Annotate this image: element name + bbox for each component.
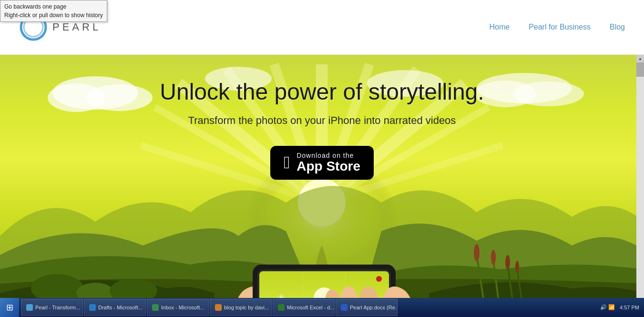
nav-home[interactable]: Home xyxy=(489,23,510,31)
app-icon-2 xyxy=(152,304,159,311)
hero-subtitle: Transform the photos on your iPhone into… xyxy=(188,114,456,127)
hero-section: Unlock the power of storytelling. Transf… xyxy=(0,55,644,317)
taskbar-app-0[interactable]: Pearl - Transform... xyxy=(21,299,83,316)
scrollbar-up[interactable]: ▲ xyxy=(636,55,644,62)
app-store-text: Download on the App Store xyxy=(296,152,360,174)
app-icon-0 xyxy=(26,304,33,311)
app-store-label: App Store xyxy=(296,159,360,174)
tooltip-line1: Go backwards one page xyxy=(4,3,66,10)
logo-text: PEARL xyxy=(52,21,101,33)
taskbar-apps: Pearl - Transform... Drafts - Microsoft.… xyxy=(19,298,600,317)
svg-point-28 xyxy=(491,250,496,265)
app-icon-3 xyxy=(215,304,222,311)
app-icon-5 xyxy=(341,304,348,311)
taskbar-app-1[interactable]: Drafts - Microsoft... xyxy=(84,299,146,316)
nav-links: Home Pearl for Business Blog xyxy=(489,23,625,31)
download-on-label: Download on the xyxy=(296,152,360,159)
taskbar-right: 🔊 📶 4:57 PM xyxy=(600,304,644,311)
app-icon-4 xyxy=(278,304,285,311)
nav-business[interactable]: Pearl for Business xyxy=(529,23,591,31)
start-button[interactable]: ⊞ xyxy=(0,298,19,317)
svg-point-30 xyxy=(505,255,510,269)
hero-title: Unlock the power of storytelling. xyxy=(160,79,484,105)
svg-point-32 xyxy=(515,261,519,273)
taskbar-app-2[interactable]: Inbox - Microsoft... xyxy=(147,299,209,316)
svg-point-26 xyxy=(474,244,480,261)
taskbar-app-4[interactable]: Microsoft Excel - d... xyxy=(273,299,335,316)
clock-time: 4:57 PM xyxy=(620,304,639,311)
app-icon-1 xyxy=(89,304,96,311)
svg-point-41 xyxy=(376,276,382,282)
taskbar-app-5[interactable]: Pearl App.docx (Re... xyxy=(336,299,398,316)
apple-icon:  xyxy=(284,154,290,171)
scrollbar[interactable]: ▲ ▼ xyxy=(636,55,644,317)
app-store-button[interactable]:  Download on the App Store xyxy=(270,146,374,180)
tooltip-line2: Right-click or pull down to show history xyxy=(4,12,103,19)
taskbar-icons: 🔊 📶 xyxy=(600,304,615,310)
taskbar-app-3[interactable]: blog topic by davi... xyxy=(210,299,272,316)
hero-content: Unlock the power of storytelling. Transf… xyxy=(0,55,644,180)
scrollbar-thumb[interactable] xyxy=(636,62,644,77)
taskbar-clock: 4:57 PM xyxy=(620,304,639,311)
taskbar: ⊞ Pearl - Transform... Drafts - Microsof… xyxy=(0,298,644,317)
nav-blog[interactable]: Blog xyxy=(610,23,625,31)
browser-tooltip: Go backwards one page Right-click or pul… xyxy=(0,0,107,22)
